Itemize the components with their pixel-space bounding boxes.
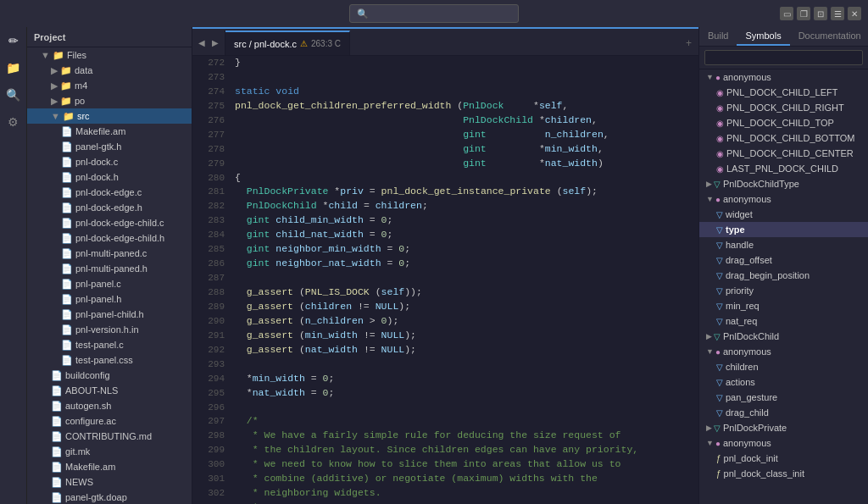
sym-circle-icon: ● bbox=[715, 347, 721, 357]
tree-item-panel-gtk-doap[interactable]: 📄 panel-gtk.doap bbox=[27, 490, 192, 504]
sym-field-icon: ▽ bbox=[716, 363, 723, 372]
code-text bbox=[235, 271, 241, 285]
titlebar-search[interactable]: 🔍 bbox=[349, 4, 519, 23]
tab-next-button[interactable]: ▶ bbox=[209, 37, 221, 49]
sym-type[interactable]: ▽ type bbox=[699, 222, 868, 237]
menu-button[interactable]: ☰ bbox=[831, 7, 844, 20]
editor-code[interactable]: 272 } 273 274 static void 275 pnl_dock_g… bbox=[192, 56, 698, 504]
code-text: pnl_dock_get_children_preferred_width (P… bbox=[235, 99, 568, 114]
files-label: Files bbox=[67, 50, 188, 60]
sym-nat-req[interactable]: ▽ nat_req bbox=[699, 313, 868, 329]
tree-item-news[interactable]: 📄 NEWS bbox=[27, 474, 192, 490]
makefile-am-label: Makefile.am bbox=[75, 126, 188, 136]
tree-item-src[interactable]: ▼ 📁 src bbox=[27, 108, 192, 124]
tree-item-pnl-dock-h[interactable]: 📄 pnl-dock.h bbox=[27, 169, 192, 185]
tree-item-buildconfig[interactable]: 📄 buildconfig bbox=[27, 368, 192, 383]
sym-pnl-dock-child-top[interactable]: ◉ PNL_DOCK_CHILD_TOP bbox=[699, 115, 868, 130]
code-text: } bbox=[235, 56, 241, 70]
tree-item-files[interactable]: ▼ 📁 Files bbox=[27, 47, 192, 63]
code-text: gint neighbor_min_width = 0; bbox=[235, 242, 410, 257]
tree-item-test-panel-c[interactable]: 📄 test-panel.c bbox=[27, 337, 192, 352]
sym-handle[interactable]: ▽ handle bbox=[699, 237, 868, 252]
tree-item-pnl-dock-c[interactable]: 📄 pnl-dock.c bbox=[27, 154, 192, 169]
files-icon[interactable]: 📁 bbox=[3, 58, 24, 78]
tree-item-pnl-dock-edge-child-c[interactable]: 📄 pnl-dock-edge-child.c bbox=[27, 215, 192, 230]
tree-item-about-nls[interactable]: 📄 ABOUT-NLS bbox=[27, 383, 192, 398]
sym-label: actions bbox=[726, 377, 755, 387]
file-icon: 📄 bbox=[61, 340, 73, 351]
tab-prev-button[interactable]: ◀ bbox=[196, 37, 208, 49]
sym-pnl-dock-child-center[interactable]: ◉ PNL_DOCK_CHILD_CENTER bbox=[699, 146, 868, 161]
tree-item-makefile-am2[interactable]: 📄 Makefile.am bbox=[27, 459, 192, 474]
sym-label: PnlDockChildType bbox=[723, 179, 799, 189]
file-icon: 📄 bbox=[51, 477, 63, 488]
tree-item-test-panel-css[interactable]: 📄 test-panel.css bbox=[27, 352, 192, 368]
sym-drag-child[interactable]: ▽ drag_child bbox=[699, 405, 868, 420]
tab-add-button[interactable]: + bbox=[679, 30, 698, 55]
tree-item-configure-ac[interactable]: 📄 configure.ac bbox=[27, 413, 192, 429]
tab-symbols[interactable]: Symbols bbox=[737, 27, 789, 46]
sym-anonymous-3[interactable]: ▼ ● anonymous bbox=[699, 344, 868, 359]
sym-drag-offset[interactable]: ▽ drag_offset bbox=[699, 252, 868, 268]
symbols-search-input[interactable] bbox=[704, 50, 863, 65]
code-text: PnlDockChild *child = children; bbox=[235, 199, 428, 213]
tree-item-pnl-panel-c[interactable]: 📄 pnl-panel.c bbox=[27, 276, 192, 291]
sym-pnl-dock-child-left[interactable]: ◉ PNL_DOCK_CHILD_LEFT bbox=[699, 85, 868, 100]
tree-item-po[interactable]: ▶ 📁 po bbox=[27, 93, 192, 108]
sym-pnl-dock-child[interactable]: ▶ ▽ PnlDockChild bbox=[699, 329, 868, 344]
tree-item-pnl-dock-edge-child-h[interactable]: 📄 pnl-dock-edge-child.h bbox=[27, 230, 192, 246]
tree-item-pnl-multi-paned-h[interactable]: 📄 pnl-multi-paned.h bbox=[27, 261, 192, 276]
tree-item-data[interactable]: ▶ 📁 data bbox=[27, 63, 192, 78]
file-panel-content[interactable]: ▼ 📁 Files ▶ 📁 data ▶ 📁 m4 ▶ 📁 po bbox=[27, 47, 192, 504]
sym-priority[interactable]: ▽ priority bbox=[699, 283, 868, 298]
sym-pnl-dock-private[interactable]: ▶ ▽ PnlDockPrivate bbox=[699, 420, 868, 435]
sym-label: type bbox=[726, 224, 745, 235]
tree-item-git-mk[interactable]: 📄 git.mk bbox=[27, 444, 192, 459]
sym-pnl-dock-child-right[interactable]: ◉ PNL_DOCK_CHILD_RIGHT bbox=[699, 100, 868, 115]
symbols-tree[interactable]: ▼ ● anonymous ◉ PNL_DOCK_CHILD_LEFT ◉ PN… bbox=[699, 69, 868, 504]
sym-anonymous-4[interactable]: ▼ ● anonymous bbox=[699, 435, 868, 451]
tree-item-pnl-multi-paned-c[interactable]: 📄 pnl-multi-paned.c bbox=[27, 246, 192, 261]
sym-label: anonymous bbox=[723, 194, 771, 204]
sym-drag-begin-position[interactable]: ▽ drag_begin_position bbox=[699, 268, 868, 283]
sym-last-pnl-dock-child[interactable]: ◉ LAST_PNL_DOCK_CHILD bbox=[699, 161, 868, 176]
close-button[interactable]: ✕ bbox=[848, 7, 861, 20]
tree-item-autogen-sh[interactable]: 📄 autogen.sh bbox=[27, 398, 192, 413]
sym-children[interactable]: ▽ children bbox=[699, 359, 868, 374]
arrow-icon: ▼ bbox=[51, 111, 60, 121]
sym-pnl-dock-child-bottom[interactable]: ◉ PNL_DOCK_CHILD_BOTTOM bbox=[699, 130, 868, 146]
maximize-button[interactable]: ❐ bbox=[797, 7, 810, 20]
sym-pan-gesture[interactable]: ▽ pan_gesture bbox=[699, 390, 868, 405]
sym-pnl-dock-child-type[interactable]: ▶ ▽ PnlDockChildType bbox=[699, 176, 868, 191]
minimize-button[interactable]: ▭ bbox=[780, 7, 793, 20]
pnl-dock-h-label: pnl-dock.h bbox=[75, 172, 188, 182]
tree-item-pnl-version-h[interactable]: 📄 pnl-version.h.in bbox=[27, 322, 192, 337]
sym-pnl-dock-class-init[interactable]: ƒ pnl_dock_class_init bbox=[699, 466, 868, 481]
tree-item-pnl-dock-edge-h[interactable]: 📄 pnl-dock-edge.h bbox=[27, 200, 192, 215]
edit-icon[interactable]: ✏ bbox=[3, 30, 24, 51]
sym-widget[interactable]: ▽ widget bbox=[699, 207, 868, 222]
sym-anonymous-1[interactable]: ▼ ● anonymous bbox=[699, 69, 868, 85]
tree-item-pnl-dock-edge-c[interactable]: 📄 pnl-dock-edge.c bbox=[27, 185, 192, 200]
tree-item-pnl-panel-child-h[interactable]: 📄 pnl-panel-child.h bbox=[27, 307, 192, 322]
tab-build[interactable]: Build bbox=[699, 27, 737, 46]
pnl-multi-paned-c-label: pnl-multi-paned.c bbox=[75, 248, 188, 258]
search-sidebar-icon[interactable]: 🔍 bbox=[3, 85, 24, 105]
settings-icon[interactable]: ⚙ bbox=[3, 112, 24, 132]
editor-tab-pnl-dock-c[interactable]: src / pnl-dock.c ⚠ 263:3 C bbox=[225, 30, 350, 55]
sym-min-req[interactable]: ▽ min_req bbox=[699, 298, 868, 313]
sym-actions[interactable]: ▽ actions bbox=[699, 374, 868, 390]
sym-anonymous-2[interactable]: ▼ ● anonymous bbox=[699, 191, 868, 207]
split-button[interactable]: ⊡ bbox=[814, 7, 827, 20]
tab-documentation[interactable]: Documentation bbox=[790, 27, 868, 46]
tree-item-m4[interactable]: ▶ 📁 m4 bbox=[27, 78, 192, 93]
tree-item-pnl-panel-h[interactable]: 📄 pnl-panel.h bbox=[27, 291, 192, 307]
sym-pnl-dock-init[interactable]: ƒ pnl_dock_init bbox=[699, 451, 868, 466]
tree-item-contributing-md[interactable]: 📄 CONTRIBUTING.md bbox=[27, 429, 192, 444]
tree-item-makefile-am[interactable]: 📄 Makefile.am bbox=[27, 124, 192, 139]
code-line-280: 280 { bbox=[192, 171, 698, 186]
code-line-287: 287 bbox=[192, 271, 698, 285]
tree-item-panel-gtk-h[interactable]: 📄 panel-gtk.h bbox=[27, 139, 192, 154]
titlebar: 🔍 ▭ ❐ ⊡ ☰ ✕ bbox=[0, 0, 868, 27]
file-icon: 📄 bbox=[61, 279, 73, 290]
